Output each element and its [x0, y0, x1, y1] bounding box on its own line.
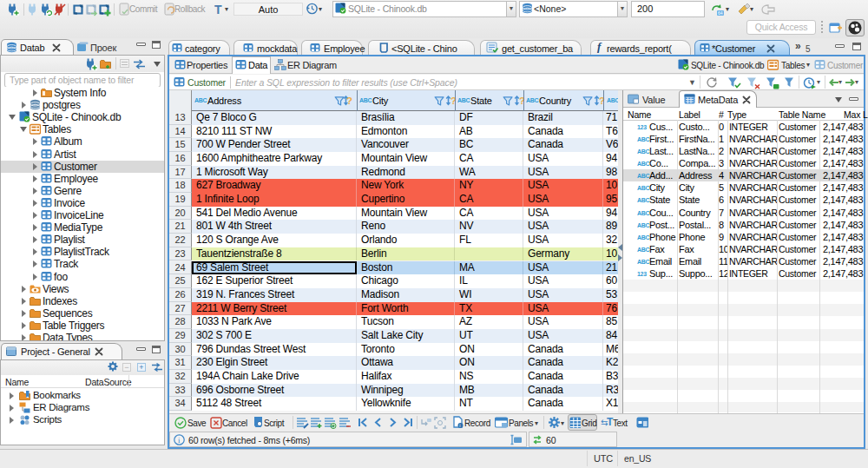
svg-text:i: i [459, 423, 460, 428]
svg-text:64: 64 [718, 10, 723, 16]
svg-text:i: i [178, 436, 181, 445]
